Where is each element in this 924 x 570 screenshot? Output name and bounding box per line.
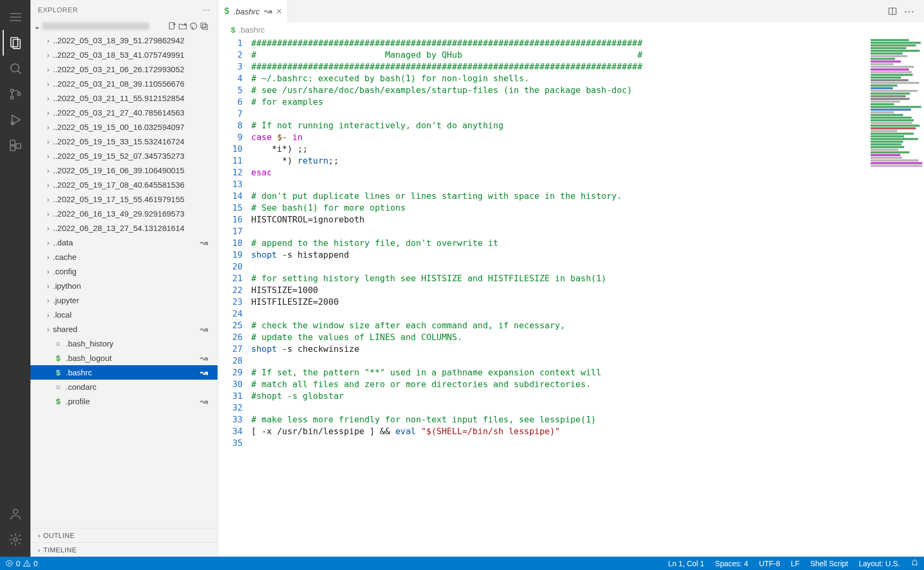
tree-folder[interactable]: ›.ipython — [30, 279, 218, 293]
code-editor[interactable]: ########################################… — [251, 36, 865, 557]
chevron-right-icon: › — [43, 253, 53, 261]
shell-file-icon: $ — [53, 368, 64, 377]
chevron-right-icon: › — [43, 267, 53, 276]
tree-folder[interactable]: ›..2022_05_03_21_27_40.785614563 — [30, 105, 218, 120]
run-debug-icon[interactable] — [3, 107, 28, 133]
tree-folder[interactable]: ›..2022_05_03_21_06_26.172993052 — [30, 62, 218, 76]
workspace-header[interactable]: ⌄ — [30, 19, 218, 33]
close-icon[interactable]: × — [276, 6, 282, 17]
modified-indicator-icon: ↝ — [264, 5, 272, 17]
tree-folder[interactable]: ›..2022_06_16_13_49_29.929169573 — [30, 206, 218, 221]
outline-section[interactable]: › OUTLINE — [30, 528, 218, 542]
tree-file[interactable]: $.bash_logout↝ — [30, 351, 218, 365]
chevron-right-icon: › — [43, 311, 53, 319]
modified-indicator-icon: ↝ — [200, 237, 218, 249]
line-numbers: 1234567891011121314151617181920212223242… — [218, 36, 251, 557]
tree-folder[interactable]: ›.config — [30, 264, 218, 279]
folder-name: ..2022_05_03_21_06_26.172993052 — [53, 65, 184, 74]
folder-name: .local — [53, 310, 72, 319]
tree-folder[interactable]: ›..2022_06_28_13_27_54.131281614 — [30, 221, 218, 235]
folder-name: ..2022_05_19_15_33_15.532416724 — [53, 137, 184, 146]
keyboard-layout-status[interactable]: Layout: U.S. — [853, 559, 905, 568]
timeline-section[interactable]: › TIMELINE — [30, 542, 218, 557]
tree-folder[interactable]: ›..2022_05_03_21_08_39.110556676 — [30, 76, 218, 91]
tree-folder[interactable]: ›.jupyter — [30, 293, 218, 307]
editor-more-icon[interactable]: ⋯ — [904, 5, 914, 18]
notifications-icon[interactable] — [905, 559, 924, 568]
minimap[interactable] — [865, 36, 924, 557]
folder-name: .jupyter — [53, 296, 79, 305]
indentation-status[interactable]: Spaces: 4 — [710, 559, 754, 568]
explorer-title: EXPLORER — [38, 6, 203, 14]
explorer-more-icon[interactable]: ⋯ — [203, 6, 210, 14]
source-control-icon[interactable] — [3, 81, 28, 107]
folder-name: ..2022_05_19_15_00_16.032594097 — [53, 122, 184, 132]
folder-name: .cache — [53, 252, 76, 261]
folder-name: ..2022_05_03_21_08_39.110556676 — [53, 79, 184, 88]
tab-bashrc[interactable]: $ .bashrc ↝ × — [218, 0, 288, 22]
file-name: .bashrc — [66, 368, 92, 377]
chevron-right-icon: › — [43, 210, 53, 218]
tree-file[interactable]: $.bashrc↝ — [30, 365, 218, 380]
folder-name: ..2022_05_03_18_53_41.075749991 — [53, 50, 184, 59]
shell-file-icon: $ — [53, 353, 64, 363]
chevron-right-icon: › — [35, 532, 43, 540]
encoding-status[interactable]: UTF-8 — [754, 559, 786, 568]
chevron-right-icon: › — [43, 137, 53, 146]
language-status[interactable]: Shell Script — [805, 559, 853, 568]
new-file-icon[interactable] — [167, 21, 177, 31]
collapse-all-icon[interactable] — [199, 21, 209, 31]
tree-folder[interactable]: ›..2022_05_19_15_33_15.532416724 — [30, 134, 218, 149]
problems-status[interactable]: 0 0 — [0, 559, 43, 568]
tree-folder[interactable]: ›..2022_05_19_17_15_55.461979155 — [30, 192, 218, 206]
cursor-position[interactable]: Ln 1, Col 1 — [663, 559, 710, 568]
modified-indicator-icon: ↝ — [200, 352, 218, 364]
tree-folder[interactable]: ›..2022_05_03_21_11_55.912152854 — [30, 91, 218, 105]
tree-folder[interactable]: ›..data↝ — [30, 235, 218, 250]
file-name: .bash_logout — [66, 353, 112, 363]
eol-status[interactable]: LF — [786, 559, 805, 568]
tree-folder[interactable]: ›..2022_05_19_15_00_16.032594097 — [30, 120, 218, 134]
search-icon[interactable] — [3, 56, 28, 81]
menu-icon[interactable] — [3, 4, 28, 30]
chevron-right-icon: › — [43, 224, 53, 233]
tree-file[interactable]: $.profile↝ — [30, 394, 218, 409]
warning-icon — [23, 559, 31, 567]
svg-line-6 — [18, 71, 20, 73]
tree-folder[interactable]: ›..2022_05_03_18_39_51.279862942 — [30, 33, 218, 48]
settings-icon[interactable] — [3, 527, 28, 552]
chevron-right-icon: › — [43, 325, 53, 334]
workspace-name-blurred — [42, 22, 149, 30]
chevron-right-icon: › — [43, 238, 53, 247]
chevron-right-icon: › — [43, 51, 53, 59]
chevron-right-icon: › — [43, 282, 53, 290]
split-editor-icon[interactable] — [888, 6, 897, 16]
tree-folder[interactable]: ›..2022_05_19_15_52_07.345735273 — [30, 149, 218, 163]
folder-name: .config — [53, 267, 76, 276]
editor-area: $ .bashrc ↝ × ⋯ $ .bashrc 12345678910111… — [218, 0, 924, 557]
extensions-icon[interactable] — [3, 133, 28, 158]
status-bar: 0 0 Ln 1, Col 1 Spaces: 4 UTF-8 LF Shell… — [0, 557, 924, 570]
folder-name: ..2022_05_19_17_08_40.645581536 — [53, 180, 184, 189]
explorer-icon[interactable] — [3, 30, 28, 56]
explorer-sidebar: EXPLORER ⋯ ⌄ ›..2022_05_03_18_39_51.2798… — [30, 0, 218, 557]
svg-marker-10 — [12, 115, 20, 124]
tree-folder[interactable]: ›shared↝ — [30, 322, 218, 336]
folder-name: ..2022_06_16_13_49_29.929169573 — [53, 209, 184, 218]
tree-folder[interactable]: ›.cache — [30, 250, 218, 264]
svg-point-15 — [13, 509, 18, 514]
tree-file[interactable]: ≡.bash_history — [30, 336, 218, 351]
tree-folder[interactable]: ›..2022_05_19_17_08_40.645581536 — [30, 178, 218, 192]
tree-folder[interactable]: ›.local — [30, 307, 218, 322]
tree-folder[interactable]: ›..2022_05_19_16_06_39.106490015 — [30, 163, 218, 178]
tree-file[interactable]: ≡.condarc — [30, 380, 218, 394]
tree-folder[interactable]: ›..2022_05_03_18_53_41.075749991 — [30, 48, 218, 62]
account-icon[interactable] — [3, 501, 28, 527]
folder-name: .ipython — [53, 281, 81, 290]
refresh-icon[interactable] — [189, 21, 198, 31]
folder-name: ..2022_05_19_15_52_07.345735273 — [53, 151, 184, 160]
new-folder-icon[interactable] — [178, 21, 188, 31]
modified-indicator-icon: ↝ — [200, 323, 218, 335]
timeline-label: TIMELINE — [43, 546, 76, 554]
breadcrumb[interactable]: $ .bashrc — [218, 22, 924, 36]
